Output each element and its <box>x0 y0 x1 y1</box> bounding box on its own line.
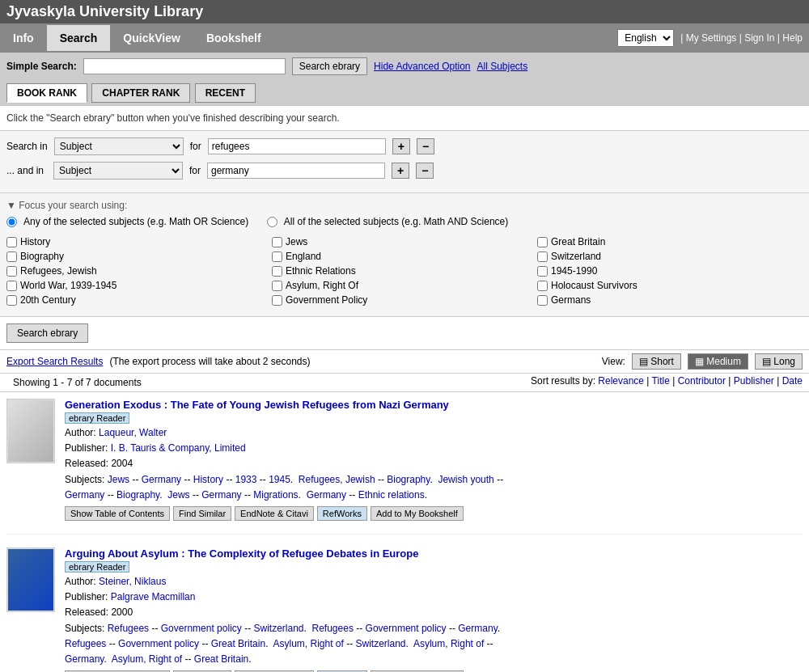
subject-label-biography: Biography <box>20 251 64 262</box>
nav-bar: Info Search QuickView Bookshelf English … <box>0 23 809 53</box>
subject-checkbox-great-britain[interactable] <box>537 237 548 247</box>
rank-tab-recent[interactable]: RECENT <box>195 83 256 103</box>
publisher-link-1[interactable]: I. B. Tauris & Company, Limited <box>111 442 246 454</box>
subject-checkbox-germans[interactable] <box>537 295 548 306</box>
subject-link[interactable]: Government policy <box>161 623 242 634</box>
subject-link[interactable]: Germany <box>65 489 104 501</box>
add-to-bookshelf-button-1[interactable]: Add to My Bookshelf <box>371 506 464 521</box>
subject-link[interactable]: 1945 <box>269 474 290 485</box>
focus-radio-any[interactable] <box>6 217 17 227</box>
export-search-results-link[interactable]: Export Search Results <box>6 356 103 367</box>
subject-checkbox-history[interactable] <box>6 237 17 247</box>
add-search-row-button[interactable]: + <box>392 138 410 154</box>
subject-link[interactable]: Jews <box>108 474 129 485</box>
subject-checkbox-biography[interactable] <box>6 251 17 262</box>
sort-date[interactable]: Date <box>782 375 803 387</box>
focus-radio-all[interactable] <box>267 217 277 227</box>
subject-checkbox-world-war[interactable] <box>6 281 17 291</box>
simple-search-input[interactable] <box>83 58 286 74</box>
subject-link[interactable]: 1933 <box>235 474 257 485</box>
language-select[interactable]: English <box>617 29 674 47</box>
search-in-label: Search in <box>6 141 48 152</box>
subject-checkbox-refugees-jewish[interactable] <box>6 266 17 277</box>
publisher-link-2[interactable]: Palgrave Macmillan <box>111 591 196 602</box>
subject-checkbox-england[interactable] <box>272 251 282 262</box>
sort-relevance[interactable]: Relevance <box>598 375 644 387</box>
view-medium-button[interactable]: ▦ Medium <box>688 353 748 370</box>
tab-quickview[interactable]: QuickView <box>110 25 193 51</box>
subject-link[interactable]: Migrations <box>253 489 298 501</box>
add-search-row-button-2[interactable]: + <box>392 163 409 179</box>
all-subjects-link[interactable]: All Subjects <box>477 61 528 72</box>
subject-link[interactable]: Refugees <box>65 638 106 649</box>
subject-checkbox-20th-century[interactable] <box>6 295 17 306</box>
find-similar-button-1[interactable]: Find Similar <box>173 506 231 521</box>
subject-checkbox-jews[interactable] <box>272 237 282 247</box>
subject-link[interactable]: History <box>193 474 223 485</box>
search-in-select-1[interactable]: Subject Title Author ISBN Publisher Full… <box>54 137 184 155</box>
hide-advanced-link[interactable]: Hide Advanced Option <box>374 61 470 72</box>
subject-link[interactable]: Germany <box>307 489 346 501</box>
result-title-1[interactable]: Generation Exodus : The Fate of Young Je… <box>65 399 449 411</box>
subject-label-asylum: Asylum, Right Of <box>286 280 358 291</box>
subject-checkbox-holocaust-survivors[interactable] <box>537 281 548 291</box>
subject-link[interactable]: Biography <box>116 489 159 501</box>
search-in-select-2[interactable]: Subject Title Author ISBN Publisher Full… <box>53 162 183 180</box>
subject-link[interactable]: Asylum, Right of <box>112 653 182 665</box>
endnote-citavi-button-1[interactable]: EndNote & Citavi <box>235 506 314 521</box>
advanced-search-area: Search in Subject Title Author ISBN Publ… <box>0 131 809 193</box>
author-link-1[interactable]: Laqueur, Walter <box>99 427 167 438</box>
subject-link[interactable]: Jewish youth <box>438 474 493 485</box>
help-link[interactable]: Help <box>782 32 803 44</box>
search-ebrary-button[interactable]: Search ebrary <box>292 57 367 75</box>
sort-title[interactable]: Title <box>652 375 670 387</box>
subject-link[interactable]: Biography <box>387 474 430 485</box>
subject-link[interactable]: Switzerland <box>253 623 303 634</box>
subject-checkbox-1945-1990[interactable] <box>537 266 548 277</box>
tab-info[interactable]: Info <box>0 25 47 51</box>
subject-link[interactable]: Government policy <box>118 638 199 649</box>
view-short-button[interactable]: ▤ Short <box>632 353 681 370</box>
subject-link[interactable]: Refugees <box>108 623 149 634</box>
subject-link[interactable]: Germany <box>65 653 104 665</box>
subject-1945-1990: 1945-1990 <box>537 264 803 277</box>
my-settings-link[interactable]: My Settings <box>686 32 737 44</box>
subject-link[interactable]: Switzerland <box>356 638 406 649</box>
search-for-input-1[interactable] <box>208 138 386 154</box>
sort-contributor[interactable]: Contributor <box>678 375 726 387</box>
view-long-button[interactable]: ▤ Long <box>755 353 803 370</box>
subject-link[interactable]: Germany <box>201 489 241 501</box>
result-title-2[interactable]: Arguing About Asylum : The Complexity of… <box>65 547 418 560</box>
search-for-input-2[interactable] <box>207 163 385 179</box>
subject-link[interactable]: Refugees, Jewish <box>299 474 375 485</box>
subject-link[interactable]: Asylum, Right of <box>413 638 484 649</box>
remove-search-row-button[interactable]: − <box>417 138 434 154</box>
focus-toggle[interactable]: ▼ Focus your search using: <box>6 200 803 211</box>
refworks-button-1[interactable]: RefWorks <box>317 506 367 521</box>
subject-link[interactable]: Germany <box>142 474 181 485</box>
subject-link[interactable]: Government policy <box>366 623 447 634</box>
tab-bookshelf[interactable]: Bookshelf <box>193 25 274 51</box>
subject-link[interactable]: Asylum, Right of <box>273 638 343 649</box>
subject-checkbox-switzerland[interactable] <box>537 251 548 262</box>
author-link-2[interactable]: Steiner, Niklaus <box>99 576 166 587</box>
search-ebrary-button-2[interactable]: Search ebrary <box>6 323 88 343</box>
subject-link[interactable]: Great Britain <box>194 653 248 665</box>
rank-tab-chapter[interactable]: CHAPTER RANK <box>91 83 190 103</box>
subject-link[interactable]: Jews <box>167 489 189 501</box>
sort-publisher[interactable]: Publisher <box>734 375 774 387</box>
show-toc-button-1[interactable]: Show Table of Contents <box>65 506 170 521</box>
subject-link[interactable]: Great Britain <box>211 638 265 649</box>
remove-search-row-button-2[interactable]: − <box>416 163 434 179</box>
subject-checkbox-government-policy[interactable] <box>272 295 282 306</box>
subject-link[interactable]: Germany <box>458 623 497 634</box>
subject-checkbox-ethnic-relations[interactable] <box>272 266 282 277</box>
subject-checkbox-asylum[interactable] <box>272 281 282 291</box>
tab-search[interactable]: Search <box>47 25 111 51</box>
result-meta-1: Author: Laqueur, Walter Publisher: I. B.… <box>65 425 803 503</box>
result-item: Arguing About Asylum : The Complexity of… <box>6 547 803 672</box>
rank-tab-book[interactable]: BOOK RANK <box>6 83 87 103</box>
subject-link[interactable]: Ethnic relations <box>358 489 425 501</box>
sign-in-link[interactable]: Sign In <box>744 32 774 44</box>
subject-link[interactable]: Refugees <box>312 623 354 634</box>
